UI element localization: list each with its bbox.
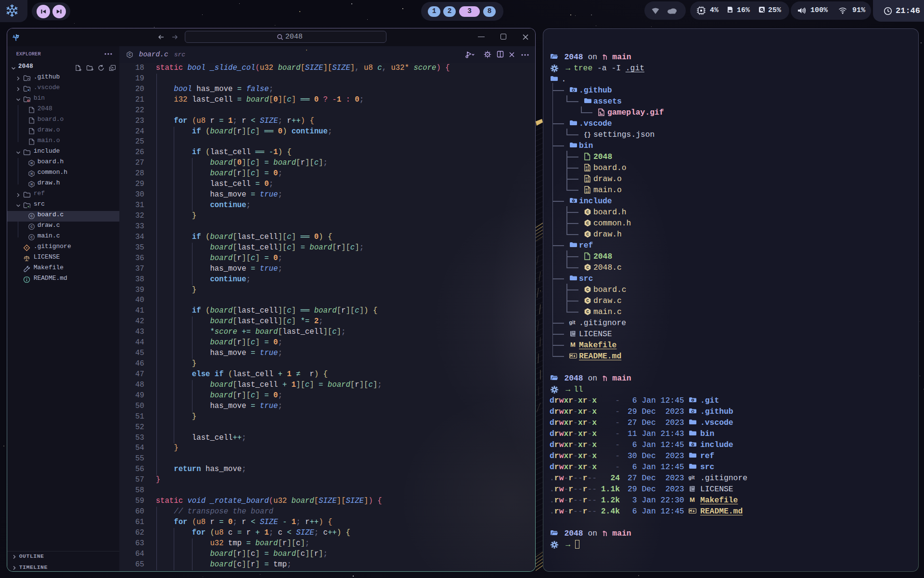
svg-text:C: C	[30, 214, 33, 219]
svg-text:H: H	[30, 161, 33, 165]
svg-text:C: C	[586, 298, 589, 303]
svg-text:C: C	[128, 53, 131, 57]
svg-text:C: C	[586, 265, 589, 270]
svg-text:C: C	[586, 232, 589, 237]
svg-text:C: C	[586, 210, 589, 215]
svg-text:git: git	[689, 474, 695, 480]
svg-text:{}: {}	[584, 131, 590, 138]
svg-text:M: M	[570, 341, 576, 348]
svg-text:C: C	[30, 225, 33, 229]
svg-text:10: 10	[585, 168, 589, 171]
svg-text:M: M	[690, 496, 695, 503]
svg-text:C: C	[586, 221, 589, 226]
svg-text:H: H	[30, 182, 33, 186]
svg-text:C: C	[30, 236, 33, 240]
svg-text:10: 10	[585, 179, 589, 183]
svg-text:git: git	[569, 319, 576, 325]
svg-text:C: C	[586, 287, 589, 292]
svg-text:C: C	[586, 309, 589, 315]
svg-text:H: H	[30, 171, 33, 176]
svg-text:10: 10	[585, 190, 589, 194]
